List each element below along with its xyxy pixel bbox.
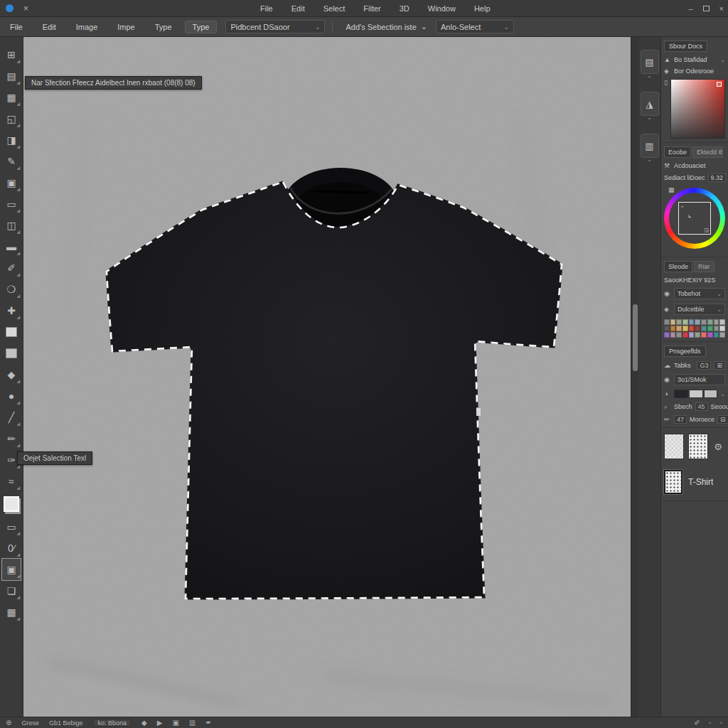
color-swatch-4[interactable]	[689, 319, 695, 325]
tobehot-dropdown[interactable]: Tobehot ⌄	[674, 288, 725, 299]
color-swatch-18[interactable]	[714, 326, 719, 331]
color-swatch-16[interactable]	[701, 326, 707, 331]
tasks-badge-1[interactable]: G3	[697, 361, 711, 370]
color-swatch-17[interactable]	[707, 326, 713, 331]
options-menu-impe[interactable]: Impe	[117, 23, 134, 31]
color-swatch-5[interactable]	[695, 319, 700, 325]
blob-brush-tool[interactable]: ●◢	[2, 385, 21, 407]
background-swatch[interactable]	[2, 343, 21, 364]
options-menu-file[interactable]: File	[10, 23, 23, 31]
close-tab-icon[interactable]: ×	[23, 4, 28, 14]
box1-icon[interactable]: ▫	[709, 719, 712, 727]
tasks-row[interactable]: ☁ Tabks G3 ⊞	[664, 361, 725, 370]
adjustments-icon[interactable]: ◮	[641, 92, 659, 116]
color-swatch-23[interactable]	[682, 332, 688, 338]
color-swatch-7[interactable]	[707, 319, 713, 325]
color-swatch-28[interactable]	[714, 332, 719, 338]
menu-edit[interactable]: Edit	[291, 4, 305, 13]
canvas-scrollbar[interactable]	[631, 37, 638, 717]
close-icon[interactable]: ×	[719, 4, 724, 13]
menu-file[interactable]: File	[260, 4, 273, 13]
object-selection-tool[interactable]: ▣◢	[2, 559, 21, 580]
menu-window[interactable]: Window	[428, 4, 456, 13]
minimize-icon[interactable]: –	[688, 4, 692, 13]
target-status-icon[interactable]: ⊕	[6, 719, 11, 727]
ramp-color-1[interactable]	[689, 390, 703, 398]
pattern-thumb-dots[interactable]	[688, 434, 708, 459]
tab-mode[interactable]: Sleode	[664, 261, 692, 272]
wave-tool[interactable]: ≈◢	[2, 471, 21, 492]
marquee-tool[interactable]: ▤◢	[2, 65, 21, 87]
color-swatch-1[interactable]	[670, 319, 676, 325]
ramp-color-2[interactable]	[704, 390, 718, 398]
dulcetble-dropdown[interactable]: Dulcetble ⌄	[674, 304, 725, 315]
layer-thumbnail[interactable]	[664, 470, 682, 494]
pencil-tool[interactable]: ✐◢	[2, 257, 21, 279]
presets-tab[interactable]: Pnsgeeflds	[664, 346, 706, 357]
rectangle-tool[interactable]: ▭◢	[2, 193, 21, 215]
color-swatch-24[interactable]	[689, 332, 695, 338]
menu-help[interactable]: Help	[474, 4, 491, 13]
restore-icon[interactable]	[703, 6, 710, 11]
stroke-select[interactable]: 3o1/SMok	[674, 374, 725, 385]
scrollbar-thumb[interactable]	[633, 304, 638, 371]
color-swatch-9[interactable]	[719, 319, 725, 325]
foreground-swatch[interactable]	[2, 321, 21, 343]
add-selection-dropdown[interactable]: Add's Sebection iste ⌄	[346, 22, 427, 31]
color-swatch-25[interactable]	[695, 332, 700, 338]
frame-tool[interactable]: ▦◢	[2, 87, 21, 108]
move-tool[interactable]: ⊞◢	[2, 44, 21, 65]
tab-extended[interactable]: Ektedd Ibnoe	[692, 146, 723, 158]
color-swatch-12[interactable]	[676, 326, 682, 331]
color-swatch-29[interactable]	[719, 332, 725, 338]
hand-tool[interactable]: ❏◢	[2, 580, 21, 601]
box2-icon[interactable]: ▫	[719, 719, 722, 727]
gradient-picker-handle[interactable]	[717, 82, 722, 87]
angle-icon[interactable]: ✐	[695, 719, 700, 727]
preset-dropdown[interactable]: Pidbcent DSaoor ⌄	[225, 20, 325, 33]
frame-icon[interactable]: ▣	[172, 719, 178, 727]
color-swatch-21[interactable]	[670, 332, 676, 338]
color-swatch-3[interactable]	[682, 319, 688, 325]
docs-tab[interactable]: Sbour Docs	[664, 41, 707, 52]
type-button[interactable]: Type	[185, 21, 218, 33]
options-menu-image[interactable]: Image	[76, 23, 98, 31]
line-tool[interactable]: ╱◢	[2, 407, 21, 428]
options-menu-type[interactable]: Type	[155, 23, 172, 31]
search-row[interactable]: ⌕ Sbech 45 Seooue	[664, 402, 725, 411]
color-swatch-0[interactable]	[664, 319, 670, 325]
slice-tool[interactable]: ▭◢	[2, 516, 21, 537]
color-swatch-8[interactable]	[714, 319, 719, 325]
color-swatch-14[interactable]	[689, 326, 695, 331]
standard-row[interactable]: ▲ Bo Stafidad ⌄	[664, 56, 725, 63]
pattern-thumb-plain[interactable]	[664, 434, 684, 459]
autoselect-row[interactable]: ⚒ Acdouaciet	[664, 162, 725, 169]
modes-badge[interactable]: ⊟	[717, 415, 728, 424]
pen-tool[interactable]: ✎◢	[2, 151, 21, 172]
color-swatch-19[interactable]	[719, 326, 725, 331]
ramp-color-0[interactable]	[674, 390, 688, 398]
histogram-icon[interactable]: ▤	[641, 50, 659, 74]
override-row[interactable]: ◈ Bor Odesrooe	[664, 68, 725, 75]
color-swatch-2[interactable]	[676, 319, 682, 325]
eraser-tool[interactable]: ▬◢	[2, 236, 21, 257]
modes-row[interactable]: ✏ 47 Moroece ⊟	[664, 415, 725, 424]
grid-tool[interactable]: ▦◢	[2, 601, 21, 623]
bucket-tool[interactable]: ◨◢	[2, 129, 21, 151]
color-swatch-11[interactable]	[670, 326, 676, 331]
document-canvas[interactable]	[23, 37, 638, 717]
menu-select[interactable]: Select	[323, 4, 346, 13]
save-icon[interactable]: ▥	[189, 719, 196, 727]
color-swatch-10[interactable]	[664, 326, 670, 331]
color-swatch-13[interactable]	[682, 326, 688, 331]
clone-tool[interactable]: ◫◢	[2, 215, 21, 236]
stamp-tool[interactable]: ▣◢	[2, 172, 21, 193]
pen-cursor-icon[interactable]: ✒	[205, 719, 211, 727]
menu-3d[interactable]: 3D	[400, 4, 410, 13]
color-gradient-field[interactable]	[670, 79, 725, 139]
lasso-tool[interactable]: ◱◢	[2, 108, 21, 129]
color-swatch-22[interactable]	[676, 332, 682, 338]
brush-tool[interactable]: ✏◢	[2, 428, 21, 449]
color-ramp[interactable]	[674, 390, 717, 398]
menu-filter[interactable]: Filter	[363, 4, 380, 13]
